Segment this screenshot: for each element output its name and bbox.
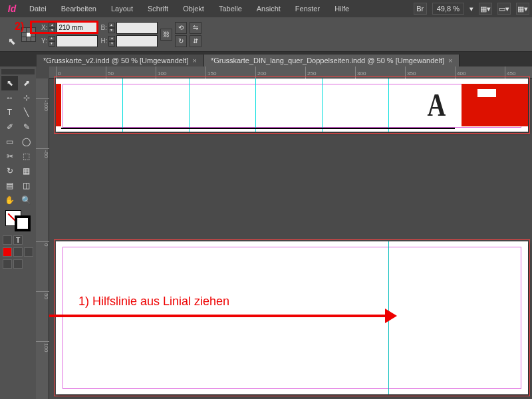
h-label: H: <box>100 37 107 45</box>
menu-datei[interactable]: Datei <box>23 2 53 15</box>
gap-tool[interactable]: ⊹ <box>18 90 35 105</box>
apply-color-container[interactable] <box>3 235 12 245</box>
annotation-arrow <box>49 315 388 317</box>
menu-objekt[interactable]: Objekt <box>176 2 211 15</box>
annotation-1-text: 1) Hilfslinie aus Linial ziehen <box>78 295 229 309</box>
y-spinner[interactable]: ▴▾ <box>49 36 55 47</box>
x-input[interactable] <box>57 22 98 34</box>
spread-1[interactable]: A <box>56 78 528 132</box>
logo-graphic[interactable]: A <box>428 86 446 123</box>
view-mode-preview[interactable] <box>13 259 23 269</box>
screen-mode-icon[interactable]: ▭▾ <box>497 3 511 15</box>
w-input[interactable] <box>116 22 158 34</box>
zoom-level[interactable]: 49,8 % <box>432 3 464 15</box>
page-tool[interactable]: ↔ <box>1 90 18 105</box>
red-shape-left[interactable] <box>56 84 61 126</box>
column-guide[interactable] <box>322 78 323 132</box>
type-tool[interactable]: T <box>1 105 18 120</box>
bridge-button[interactable]: Br <box>414 3 427 15</box>
view-options-icon[interactable]: ▦▾ <box>479 3 492 15</box>
gradient-swatch-tool[interactable]: ↻ <box>1 164 18 178</box>
h-spinner[interactable]: ▴▾ <box>108 36 115 47</box>
close-icon[interactable]: × <box>192 57 196 65</box>
menu-layout[interactable]: Layout <box>104 2 140 15</box>
pasteboard[interactable]: A 1) Hilfslinie aus Linial ziehen <box>49 78 532 399</box>
app-icon: Id <box>3 2 21 15</box>
x-label: X: <box>41 24 47 31</box>
menu-schrift[interactable]: Schrift <box>141 2 175 15</box>
note-tool[interactable]: ▤ <box>1 178 18 193</box>
flip-v-icon[interactable]: ⇵ <box>190 35 201 47</box>
annotation-arrowhead <box>385 309 397 323</box>
w-spinner[interactable]: ▴▾ <box>108 23 115 33</box>
y-label: Y: <box>41 37 47 45</box>
direct-select-tool[interactable]: ⬈ <box>18 76 35 90</box>
spread-2[interactable] <box>56 241 528 394</box>
close-icon[interactable]: × <box>448 57 452 65</box>
pencil-tool[interactable]: ✎ <box>18 120 35 134</box>
rect-tool[interactable]: ◯ <box>18 134 35 149</box>
annotation-2-label: 2) <box>15 21 24 33</box>
menu-bearbeiten[interactable]: Bearbeiten <box>55 2 103 15</box>
column-guide[interactable] <box>388 78 389 132</box>
white-rect[interactable] <box>477 89 496 97</box>
gradient-feather-tool[interactable]: ▦ <box>18 164 35 178</box>
y-input[interactable] <box>57 35 98 47</box>
menu-tabelle[interactable]: Tabelle <box>212 2 249 15</box>
apply-gradient[interactable] <box>13 247 23 257</box>
transform-tool[interactable]: ⬚ <box>18 149 35 164</box>
column-guide[interactable] <box>189 78 190 132</box>
column-guide[interactable] <box>255 78 256 132</box>
h-input[interactable] <box>116 35 158 47</box>
menu-hilfe[interactable]: Hilfe <box>328 2 356 15</box>
flip-h-icon[interactable]: ⇋ <box>190 22 201 34</box>
canvas[interactable]: 0 50 100 150 200 250 300 350 400 450 -10… <box>36 66 532 399</box>
link-wh-icon[interactable]: ⛓ <box>160 29 172 41</box>
zoom-dropdown-icon[interactable]: ▾ <box>469 5 473 13</box>
arrange-icon[interactable]: ▦▾ <box>516 3 529 15</box>
toolbox: ⬉⬈ ↔⊹ T╲ ✐✎ ▭◯ ✂⬚ ↻▦ ▤◫ ✋🔍 T <box>0 66 36 399</box>
eyedropper-tool[interactable]: ◫ <box>18 178 35 193</box>
apply-none[interactable] <box>24 247 33 257</box>
selection-tool[interactable]: ⬉ <box>1 76 18 90</box>
w-label: B: <box>100 24 106 31</box>
margin-guide <box>63 84 521 128</box>
rotate-icon[interactable]: ↻ <box>175 35 187 47</box>
menu-ansicht[interactable]: Ansicht <box>250 2 287 15</box>
scale-icon[interactable]: ⟲ <box>175 22 187 34</box>
view-mode-normal[interactable] <box>3 259 12 269</box>
rect-frame-tool[interactable]: ▭ <box>1 134 18 149</box>
apply-color[interactable] <box>3 247 12 257</box>
cursor-icon: ⬉ <box>8 36 16 47</box>
tab-doc-2[interactable]: *Grusskarte_DIN_lang_quer_Doppelseiten.i… <box>204 55 460 66</box>
line-tool[interactable]: ╲ <box>18 105 35 120</box>
x-spinner[interactable]: ▴▾ <box>49 23 55 33</box>
hand-tool[interactable]: ✋ <box>1 193 18 207</box>
pen-tool[interactable]: ✐ <box>1 120 18 134</box>
apply-color-text[interactable]: T <box>13 235 23 245</box>
fill-stroke-swatch[interactable] <box>5 210 31 231</box>
menu-fenster[interactable]: Fenster <box>289 2 327 15</box>
tab-doc-1[interactable]: *Grusskarte_v2.indd @ 50 % [Umgewandelt]… <box>37 55 204 66</box>
margin-guide <box>63 247 521 389</box>
black-rule[interactable] <box>61 128 455 129</box>
ruler-vertical[interactable]: -100 -50 0 50 100 <box>36 78 49 399</box>
column-guide[interactable] <box>122 78 123 132</box>
scissors-tool[interactable]: ✂ <box>1 149 18 164</box>
zoom-tool[interactable]: 🔍 <box>18 193 35 207</box>
